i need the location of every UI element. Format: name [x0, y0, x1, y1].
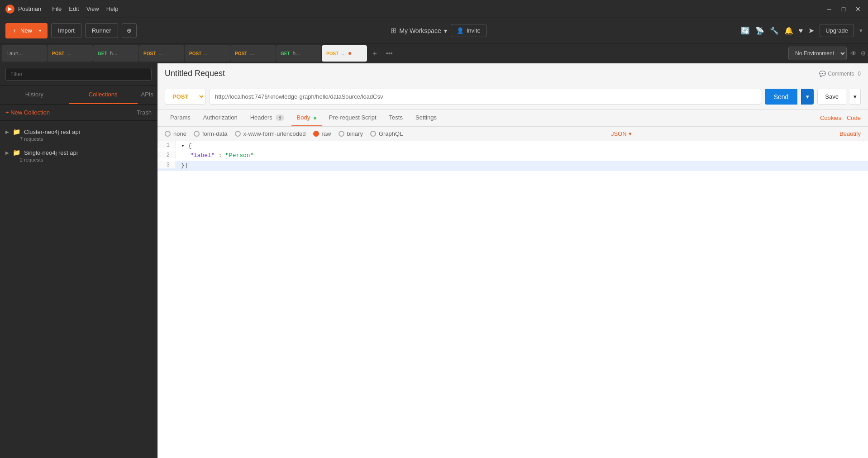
tab-label: Settings	[415, 114, 437, 121]
import-button[interactable]: Import	[51, 23, 81, 38]
line-number: 3	[157, 161, 176, 168]
workspace-label: My Workspace	[399, 27, 441, 34]
tab-post-1[interactable]: POST ...	[48, 45, 93, 62]
option-binary[interactable]: binary	[339, 130, 363, 137]
more-tabs-button[interactable]: •••	[382, 50, 396, 57]
chevron-right-icon: ▶	[5, 150, 9, 155]
send-icon[interactable]: ➤	[808, 26, 814, 35]
save-dropdown-button[interactable]: ▾	[850, 89, 861, 105]
heart-icon[interactable]: ♥	[799, 27, 803, 35]
collection-meta: 2 requests	[20, 157, 152, 162]
method-selector[interactable]: POST	[165, 89, 205, 105]
bell-icon[interactable]: 🔔	[784, 26, 793, 35]
satellite-icon[interactable]: 📡	[755, 26, 764, 35]
plus-icon: ＋	[12, 27, 18, 35]
sidebar-items: ▶ 📁 Cluster-neo4j rest api 7 requests ▶ …	[0, 121, 157, 458]
tab-post-4[interactable]: POST ...	[230, 45, 276, 62]
tab-label: Body	[297, 114, 310, 121]
radio-form-data	[194, 131, 200, 137]
tab-label: ...	[341, 50, 346, 57]
tab-post-active[interactable]: POST ...	[322, 45, 367, 62]
option-raw[interactable]: raw	[313, 130, 331, 137]
format-selector[interactable]: JSON ▾	[611, 130, 632, 137]
comments-button[interactable]: 💬 Comments 0	[819, 71, 861, 77]
add-tab-button[interactable]: ＋	[367, 49, 382, 58]
option-none[interactable]: none	[165, 130, 186, 137]
sync-icon[interactable]: 🔄	[741, 26, 750, 35]
new-collection-button[interactable]: + New Collection	[5, 109, 50, 116]
tab-get-1[interactable]: GET h...	[93, 45, 138, 62]
tab-post-2[interactable]: POST ...	[139, 45, 184, 62]
cookies-link[interactable]: Cookies	[820, 114, 841, 121]
code-editor[interactable]: 1 ▾ { 2 "label" : "Person"	[157, 141, 868, 458]
wrench-icon[interactable]: 🔧	[770, 26, 779, 35]
beautify-button[interactable]: Beautify	[839, 130, 861, 137]
tab-prerequest[interactable]: Pre-request Script	[324, 110, 382, 126]
sidebar: History Collections APIs + New Collectio…	[0, 63, 157, 458]
sidebar-actions: + New Collection Trash	[0, 105, 157, 121]
settings-icon[interactable]: ⚙	[860, 50, 866, 57]
body-dot	[314, 117, 316, 119]
new-tab-button[interactable]: ⊕	[122, 23, 137, 38]
tab-active-dot	[348, 52, 351, 55]
tab-label: ...	[250, 50, 254, 57]
menu-edit[interactable]: Edit	[69, 5, 79, 12]
radio-binary	[339, 131, 344, 137]
tab-label: Params	[170, 114, 191, 121]
tab-launch[interactable]: Laun...	[2, 45, 47, 62]
method-badge: POST	[326, 51, 339, 56]
url-input[interactable]	[209, 89, 761, 105]
radio-urlencoded	[235, 131, 241, 137]
radio-raw	[313, 131, 319, 137]
menu-file[interactable]: File	[52, 5, 62, 12]
tab-authorization[interactable]: Authorization	[198, 110, 243, 126]
request-tabs: Params Authorization Headers 8 Body Pre-…	[157, 110, 868, 127]
radio-graphql	[370, 131, 376, 137]
upgrade-button[interactable]: Upgrade	[820, 24, 854, 37]
tab-get-2[interactable]: GET h...	[276, 45, 321, 62]
option-urlencoded[interactable]: x-www-form-urlencoded	[235, 130, 306, 137]
main-layout: History Collections APIs + New Collectio…	[0, 63, 868, 458]
code-link[interactable]: Code	[847, 114, 861, 121]
tab-apis[interactable]: APIs	[138, 86, 157, 104]
tab-settings[interactable]: Settings	[410, 110, 442, 126]
new-button[interactable]: ＋ New ▾	[5, 23, 48, 38]
maximize-button[interactable]: □	[839, 5, 848, 13]
minimize-button[interactable]: ─	[825, 5, 834, 13]
collection-meta: 7 requests	[20, 136, 152, 142]
runner-button[interactable]: Runner	[85, 23, 118, 38]
list-item[interactable]: ▶ 📁 Cluster-neo4j rest api 7 requests	[0, 124, 157, 145]
line-content: }|	[176, 161, 868, 170]
tab-headers[interactable]: Headers 8	[245, 110, 290, 126]
tab-body[interactable]: Body	[291, 110, 322, 126]
workspace-selector[interactable]: ⊞ My Workspace ▾	[391, 26, 447, 35]
request-header: Untitled Request 💬 Comments 0	[157, 63, 868, 84]
option-form-data[interactable]: form-data	[194, 130, 228, 137]
list-item[interactable]: ▶ 📁 Single-neo4j rest api 2 requests	[0, 145, 157, 166]
close-button[interactable]: ✕	[854, 5, 863, 13]
tab-post-3[interactable]: POST ...	[185, 45, 230, 62]
search-input[interactable]	[5, 68, 152, 81]
trash-button[interactable]: Trash	[137, 109, 152, 116]
tab-collections[interactable]: Collections	[69, 86, 138, 104]
window-controls: ─ □ ✕	[825, 5, 863, 13]
menu-view[interactable]: View	[86, 5, 99, 12]
headers-count: 8	[276, 114, 284, 121]
send-dropdown-button[interactable]: ▾	[801, 89, 814, 105]
send-button[interactable]: Send	[765, 89, 798, 105]
option-graphql[interactable]: GraphQL	[370, 130, 403, 137]
save-button[interactable]: Save	[817, 89, 846, 105]
request-title: Untitled Request	[165, 69, 225, 78]
line-number: 1	[157, 141, 176, 148]
tab-history[interactable]: History	[0, 86, 69, 104]
tab-tests[interactable]: Tests	[384, 110, 408, 126]
tab-params[interactable]: Params	[165, 110, 196, 126]
collection-header: ▶ 📁 Cluster-neo4j rest api	[5, 128, 152, 135]
title-bar: ▶ Postman File Edit View Help ─ □ ✕	[0, 0, 868, 18]
line-number: 2	[157, 151, 176, 158]
environment-dropdown[interactable]: No Environment	[788, 47, 847, 60]
new-chevron-icon: ▾	[35, 28, 41, 33]
invite-button[interactable]: 👤 Invite	[451, 24, 486, 37]
menu-help[interactable]: Help	[106, 5, 119, 12]
eye-icon[interactable]: 👁	[850, 50, 857, 57]
